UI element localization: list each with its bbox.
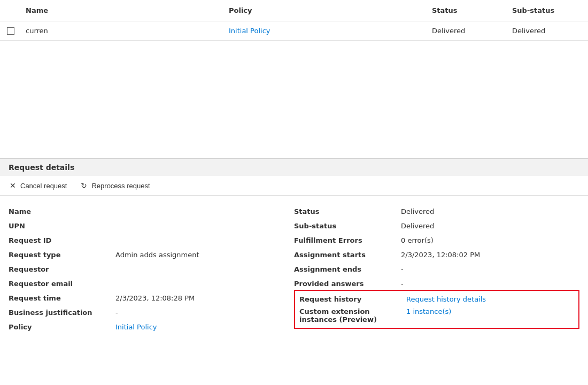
label-sub-status: Sub-status <box>294 222 401 230</box>
detail-row-requestor-email: Requestor email <box>9 276 294 291</box>
value-sub-status: Delivered <box>401 222 579 230</box>
label-request-history: Request history <box>299 295 406 303</box>
details-right: Status Delivered Sub-status Delivered Fu… <box>294 204 579 334</box>
label-request-time: Request time <box>9 294 115 302</box>
label-name: Name <box>9 207 115 215</box>
empty-space <box>0 41 588 158</box>
row-status: Delivered <box>428 25 508 37</box>
value-request-time: 2/3/2023, 12:08:28 PM <box>115 294 294 302</box>
label-request-id: Request ID <box>9 236 115 244</box>
detail-row-assignment-starts: Assignment starts 2/3/2023, 12:08:02 PM <box>294 248 579 262</box>
label-policy: Policy <box>9 323 115 331</box>
row-checkbox[interactable] <box>7 27 14 35</box>
value-business-justification: - <box>115 309 294 317</box>
header-checkbox-col <box>0 4 21 17</box>
detail-row-policy: Policy Initial Policy <box>9 320 294 334</box>
request-details-header: Request details <box>0 158 588 176</box>
label-status: Status <box>294 207 401 215</box>
header-policy: Policy <box>225 4 428 17</box>
detail-row-name: Name <box>9 204 294 219</box>
header-name: Name <box>21 4 225 17</box>
detail-row-status: Status Delivered <box>294 204 579 219</box>
detail-row-provided-answers: Provided answers - <box>294 276 579 291</box>
cancel-request-label: Cancel request <box>20 182 67 190</box>
value-fulfillment-errors: 0 error(s) <box>401 236 579 244</box>
details-left: Name UPN Request ID Request type Admin a… <box>9 204 294 334</box>
header-substatus: Sub-status <box>508 4 588 17</box>
label-requestor-email: Requestor email <box>9 280 115 288</box>
value-custom-extension-link[interactable]: 1 instance(s) <box>406 307 574 315</box>
value-status: Delivered <box>401 207 579 215</box>
value-request-type: Admin adds assignment <box>115 251 294 259</box>
reprocess-request-button[interactable]: ↻ Reprocess request <box>80 181 150 190</box>
detail-row-upn: UPN <box>9 219 294 233</box>
header-status: Status <box>428 4 508 17</box>
detail-row-request-type: Request type Admin adds assignment <box>9 248 294 262</box>
label-fulfillment-errors: Fulfillment Errors <box>294 236 401 244</box>
table-header: Name Policy Status Sub-status <box>0 0 588 21</box>
row-substatus: Delivered <box>508 25 588 37</box>
cancel-icon: ✕ <box>9 181 17 190</box>
reprocess-icon: ↻ <box>80 181 88 190</box>
row-checkbox-cell <box>0 25 21 37</box>
detail-row-requestor: Requestor <box>9 262 294 276</box>
details-content: Name UPN Request ID Request type Admin a… <box>0 196 588 343</box>
table-row: curren Initial Policy Delivered Delivere… <box>0 21 588 41</box>
highlight-box: Request history Request history details … <box>294 290 579 329</box>
row-name: curren <box>21 25 225 37</box>
value-provided-answers: - <box>401 280 579 288</box>
cancel-request-button[interactable]: ✕ Cancel request <box>9 181 67 190</box>
action-buttons-bar: ✕ Cancel request ↻ Reprocess request <box>0 176 588 196</box>
detail-row-fulfillment-errors: Fulfillment Errors 0 error(s) <box>294 233 579 248</box>
label-custom-extension: Custom extension instances (Preview) <box>299 307 406 324</box>
detail-row-request-history: Request history Request history details <box>299 293 574 305</box>
detail-row-business-justification: Business justification - <box>9 305 294 320</box>
label-provided-answers: Provided answers <box>294 280 401 288</box>
value-assignment-ends: - <box>401 265 579 273</box>
label-requestor: Requestor <box>9 265 115 273</box>
detail-row-sub-status: Sub-status Delivered <box>294 219 579 233</box>
value-assignment-starts: 2/3/2023, 12:08:02 PM <box>401 251 579 259</box>
label-assignment-ends: Assignment ends <box>294 265 401 273</box>
value-request-history-link[interactable]: Request history details <box>406 295 574 303</box>
row-policy-link[interactable]: Initial Policy <box>225 25 428 37</box>
detail-row-request-id: Request ID <box>9 233 294 248</box>
reprocess-request-label: Reprocess request <box>91 182 150 190</box>
request-details-title: Request details <box>9 163 74 172</box>
label-assignment-starts: Assignment starts <box>294 251 401 259</box>
detail-row-assignment-ends: Assignment ends - <box>294 262 579 276</box>
label-business-justification: Business justification <box>9 309 115 317</box>
label-upn: UPN <box>9 222 115 230</box>
label-request-type: Request type <box>9 251 115 259</box>
table-section: Name Policy Status Sub-status curren Ini… <box>0 0 588 41</box>
value-policy-link[interactable]: Initial Policy <box>115 323 294 331</box>
detail-row-custom-extension: Custom extension instances (Preview) 1 i… <box>299 305 574 326</box>
detail-row-request-time: Request time 2/3/2023, 12:08:28 PM <box>9 291 294 305</box>
